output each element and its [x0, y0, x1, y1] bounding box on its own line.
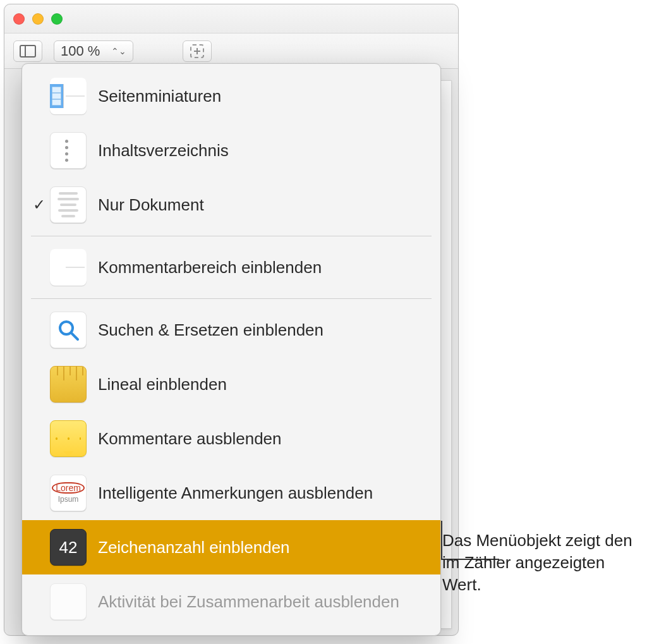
menu-item-toc[interactable]: Inhaltsverzeichnis [22, 123, 440, 178]
menu-item-label: Lineal einblenden [98, 375, 429, 394]
add-page-icon [190, 44, 204, 58]
close-window-button[interactable] [13, 13, 25, 25]
svg-line-1 [71, 333, 78, 339]
char-count-icon: 42 [50, 529, 87, 566]
callout-text: Das Menüobjekt zeigt den im Zähler angez… [442, 530, 644, 596]
add-page-button[interactable] [183, 40, 212, 62]
menu-item-show-comments-pane[interactable]: Kommentarbereich einblenden [22, 240, 440, 295]
comment-note-icon [50, 420, 87, 457]
menu-item-label: Zeichenanzahl einblenden [98, 538, 429, 557]
thumbnails-icon [50, 78, 87, 114]
menu-item-thumbnails[interactable]: Seitenminiaturen [22, 69, 440, 123]
menu-item-label: Seitenminiaturen [98, 87, 429, 106]
menu-item-label: Inhaltsverzeichnis [98, 141, 429, 161]
menu-item-document-only[interactable]: ✓ Nur Dokument [22, 178, 440, 232]
menu-item-hide-comments[interactable]: Kommentare ausblenden [22, 411, 440, 466]
menu-item-label: Kommentare ausblenden [98, 429, 429, 449]
zoom-select[interactable]: 100 % ⌃⌄ [54, 40, 133, 62]
collab-icon [50, 583, 87, 620]
zoom-value: 100 % [61, 43, 100, 59]
search-icon [50, 312, 87, 348]
ruler-icon [50, 366, 87, 403]
document-only-icon [50, 186, 87, 223]
menu-item-show-ruler[interactable]: Lineal einblenden [22, 357, 440, 411]
menu-item-label: Suchen & Ersetzen einblenden [98, 320, 429, 340]
zoom-window-button[interactable] [51, 13, 63, 25]
menu-item-label: Kommentarbereich einblenden [98, 258, 429, 277]
window-controls [13, 13, 63, 25]
menu-item-hide-collaboration-activity: Aktivität bei Zusammenarbeit ausblenden [22, 574, 440, 629]
chevron-up-down-icon: ⌃⌄ [111, 46, 126, 56]
lorem-icon: LoremIpsum [50, 475, 87, 511]
minimize-window-button[interactable] [32, 13, 44, 25]
menu-item-label: Aktivität bei Zusammenarbeit ausblenden [98, 592, 429, 612]
view-menu-button[interactable] [13, 40, 42, 62]
menu-separator [31, 236, 432, 236]
menu-item-label: Nur Dokument [98, 195, 429, 215]
view-menu-dropdown: Seitenminiaturen Inhaltsverzeichnis ✓ Nu… [21, 63, 441, 636]
comments-pane-icon [50, 249, 87, 286]
menu-separator [31, 298, 432, 299]
toc-icon [50, 132, 87, 169]
menu-item-show-character-count[interactable]: 42 Zeichenanzahl einblenden [22, 520, 440, 574]
char-count-value: 42 [59, 538, 78, 557]
titlebar [4, 4, 458, 33]
menu-item-hide-smart-annotations[interactable]: LoremIpsum Intelligente Anmerkungen ausb… [22, 466, 440, 520]
checkmark-icon: ✓ [28, 196, 50, 214]
sidebar-layout-icon [20, 45, 36, 58]
menu-item-label: Intelligente Anmerkungen ausblenden [98, 483, 429, 503]
menu-item-find-replace[interactable]: Suchen & Ersetzen einblenden [22, 303, 440, 357]
